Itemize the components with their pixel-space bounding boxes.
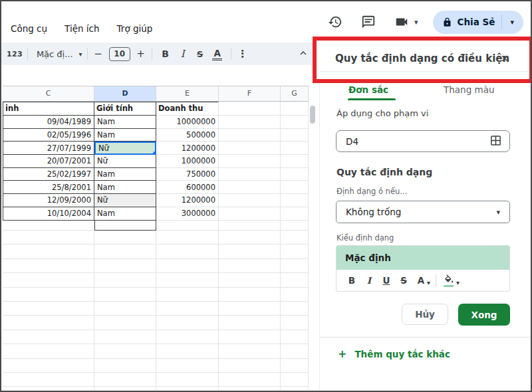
cell[interactable] xyxy=(3,316,94,330)
cell[interactable] xyxy=(219,102,281,116)
cell[interactable] xyxy=(281,387,309,390)
cell[interactable] xyxy=(219,207,281,221)
cell[interactable] xyxy=(3,330,94,344)
cell[interactable] xyxy=(219,155,281,168)
cell-revenue[interactable]: 1000000 xyxy=(156,155,219,168)
cell[interactable] xyxy=(156,330,219,344)
cell-gender[interactable]: Nam xyxy=(94,116,156,129)
cell[interactable] xyxy=(281,142,309,155)
cell-date[interactable]: 25/02/1997 xyxy=(3,168,94,181)
cell[interactable] xyxy=(219,221,281,231)
cell-revenue[interactable]: 600000 xyxy=(156,181,219,194)
italic-button[interactable]: I xyxy=(174,48,192,60)
column-header-G[interactable]: G xyxy=(281,86,309,102)
range-input[interactable]: D4 xyxy=(336,130,510,152)
cell[interactable] xyxy=(219,245,281,258)
cell[interactable] xyxy=(219,231,281,245)
cell-revenue-header[interactable]: Doanh thu xyxy=(156,102,219,116)
text-color-caret-icon[interactable]: ▾ xyxy=(427,279,430,286)
condition-dropdown[interactable]: Không trống ▾ xyxy=(336,201,510,223)
cell[interactable] xyxy=(3,387,94,390)
cell-revenue[interactable]: 1200000 xyxy=(156,194,219,207)
text-color-button[interactable]: A xyxy=(209,48,226,60)
cell[interactable] xyxy=(281,194,309,207)
spreadsheet-grid[interactable]: CDEFGinhGiới tínhDoanh thu09/04/1989Nam1… xyxy=(3,86,309,390)
cell[interactable] xyxy=(281,116,309,129)
cell[interactable] xyxy=(219,194,281,207)
cell[interactable] xyxy=(94,359,156,373)
menu-tools[interactable]: Công cụ xyxy=(11,23,47,34)
menu-extensions[interactable]: Tiện ích xyxy=(65,23,99,34)
cell[interactable] xyxy=(219,344,281,358)
cell[interactable] xyxy=(156,221,219,231)
strikethrough-button[interactable]: S xyxy=(192,49,209,59)
vertical-scrollbar-thumb[interactable] xyxy=(310,106,315,124)
cell[interactable] xyxy=(281,129,309,142)
cell[interactable] xyxy=(156,231,219,245)
cell[interactable] xyxy=(156,373,219,387)
cell[interactable] xyxy=(94,344,156,358)
comment-icon[interactable] xyxy=(360,14,376,30)
cell[interactable] xyxy=(94,259,156,273)
cell[interactable] xyxy=(94,221,156,231)
cell[interactable] xyxy=(281,221,309,231)
decrease-font-size-button[interactable]: − xyxy=(92,48,104,60)
cell[interactable] xyxy=(281,273,309,287)
cell[interactable] xyxy=(281,344,309,358)
cell[interactable] xyxy=(219,273,281,287)
cell[interactable] xyxy=(3,273,94,287)
column-header-E[interactable]: E xyxy=(156,86,219,102)
cell-gender[interactable]: Nam xyxy=(94,181,156,194)
cell[interactable] xyxy=(3,259,94,273)
column-header-D[interactable]: D xyxy=(94,86,156,102)
select-range-icon[interactable] xyxy=(490,135,501,148)
cell-gender-header[interactable]: Giới tính xyxy=(94,102,156,116)
tab-color-scale[interactable]: Thang màu xyxy=(444,84,494,95)
cell[interactable] xyxy=(281,181,309,194)
cell-date[interactable]: 12/09/2000 xyxy=(3,194,94,207)
cell[interactable] xyxy=(281,373,309,387)
cell[interactable] xyxy=(3,373,94,387)
cell[interactable] xyxy=(281,231,309,245)
cell[interactable] xyxy=(156,344,219,358)
cell[interactable] xyxy=(94,288,156,302)
cell[interactable] xyxy=(219,288,281,302)
cell-label-partial[interactable]: inh xyxy=(3,102,94,116)
history-icon[interactable] xyxy=(327,14,343,30)
font-dropdown-caret[interactable]: ▾ xyxy=(79,50,82,58)
video-call-dropdown-caret[interactable]: ▾ xyxy=(414,19,418,26)
cell-revenue[interactable]: 750000 xyxy=(156,168,219,181)
cell[interactable] xyxy=(281,259,309,273)
cell[interactable] xyxy=(3,245,94,258)
font-size-input[interactable]: 10 xyxy=(109,47,130,61)
cell[interactable] xyxy=(219,316,281,330)
style-underline-button[interactable]: U xyxy=(378,275,395,286)
style-italic-button[interactable]: I xyxy=(360,275,378,286)
cell[interactable] xyxy=(94,273,156,287)
cell[interactable] xyxy=(94,330,156,344)
fill-color-icon[interactable] xyxy=(442,274,455,287)
add-another-rule-button[interactable]: + Thêm quy tắc khác xyxy=(338,347,450,360)
cell[interactable] xyxy=(156,273,219,287)
cell-date[interactable]: 02/05/1996 xyxy=(3,129,94,142)
cell-gender[interactable]: Nam xyxy=(94,129,156,142)
cell-date[interactable]: 10/10/2004 xyxy=(3,207,94,221)
cell[interactable] xyxy=(156,387,219,390)
cell[interactable] xyxy=(156,316,219,330)
cell[interactable] xyxy=(3,344,94,358)
close-icon[interactable]: × xyxy=(498,52,511,64)
cell[interactable] xyxy=(281,207,309,221)
style-strikethrough-button[interactable]: S xyxy=(395,275,412,286)
more-options-icon[interactable]: ⋮ xyxy=(236,48,249,60)
cell[interactable] xyxy=(281,102,309,116)
cell[interactable] xyxy=(219,181,281,194)
cell-revenue[interactable]: 1200000 xyxy=(156,142,219,155)
done-button[interactable]: Xong xyxy=(458,304,510,326)
cell[interactable] xyxy=(3,231,94,245)
fill-color-caret-icon[interactable]: ▾ xyxy=(456,279,460,286)
cell-revenue[interactable]: 500000 xyxy=(156,129,219,142)
column-header-C[interactable]: C xyxy=(3,86,94,102)
cell[interactable] xyxy=(219,387,281,390)
cell-revenue[interactable]: 10000000 xyxy=(156,116,219,129)
cell-date[interactable]: 27/07/1999 xyxy=(3,142,94,155)
